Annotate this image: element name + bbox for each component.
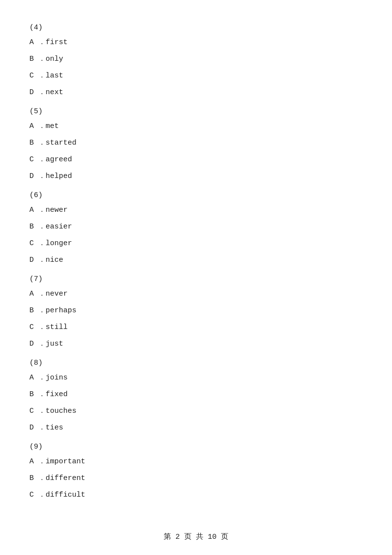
question-2-option-c: C ．longer xyxy=(29,238,363,250)
question-0-option-c: C ．last xyxy=(29,70,363,82)
question-1-option-a: A ．met xyxy=(29,121,363,132)
question-5-option-c: C ．difficult xyxy=(29,489,363,501)
question-number-4: (8) xyxy=(29,359,363,367)
question-3-option-b: B ．perhaps xyxy=(29,305,363,317)
question-5-option-a: A ．important xyxy=(29,456,363,468)
question-3-option-d: D ．just xyxy=(29,338,363,350)
question-4-option-c: C ．touches xyxy=(29,405,363,417)
question-4-option-a: A ．joins xyxy=(29,372,363,384)
footer-text: 第 2 页 共 10 页 xyxy=(164,533,228,541)
question-4-option-d: D ．ties xyxy=(29,422,363,434)
question-5-option-b: B ．different xyxy=(29,473,363,484)
question-0-option-d: D ．next xyxy=(29,87,363,99)
question-number-0: (4) xyxy=(29,24,363,32)
question-number-3: (7) xyxy=(29,275,363,283)
question-2-option-d: D ．nice xyxy=(29,254,363,266)
question-1-option-c: C ．agreed xyxy=(29,154,363,166)
question-0-option-a: A ．first xyxy=(29,37,363,49)
question-number-2: (6) xyxy=(29,191,363,200)
question-3-option-a: A ．never xyxy=(29,288,363,300)
question-1-option-d: D ．helped xyxy=(29,171,363,182)
question-0-option-b: B ．only xyxy=(29,53,363,65)
question-2-option-a: A ．newer xyxy=(29,204,363,216)
question-2-option-b: B ．easier xyxy=(29,221,363,233)
question-3-option-c: C ．still xyxy=(29,322,363,333)
question-1-option-b: B ．started xyxy=(29,137,363,149)
page-content: (4)A ．firstB ．onlyC ．lastD ．next(5)A ．me… xyxy=(0,0,392,535)
page-footer: 第 2 页 共 10 页 xyxy=(0,532,392,541)
question-number-5: (9) xyxy=(29,443,363,451)
question-4-option-b: B ．fixed xyxy=(29,389,363,401)
question-number-1: (5) xyxy=(29,107,363,116)
